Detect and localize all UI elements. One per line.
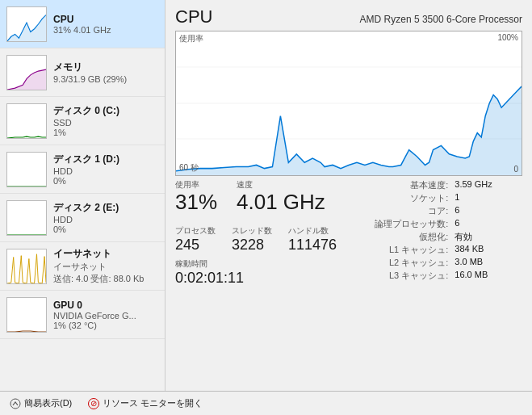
virt-val: 有効 xyxy=(455,231,522,243)
cpu-sidebar-sub: 31% 4.01 GHz xyxy=(53,25,158,35)
logical-key: 論理プロセッサ数: xyxy=(345,218,448,230)
chart-time-label: 60 秒 xyxy=(179,162,199,174)
stats-row: 使用率 31% 速度 4.01 GHz プロセス数 245 xyxy=(175,179,522,287)
process-col: プロセス数 245 xyxy=(175,225,216,254)
process-row: プロセス数 245 スレッド数 3228 ハンドル数 111476 xyxy=(175,225,345,254)
simple-view-button[interactable]: 簡易表示(D) xyxy=(6,396,75,411)
cpu-thumbnail xyxy=(6,6,47,42)
resource-monitor-button[interactable]: ⊘ リソース モニターを開く xyxy=(85,396,206,411)
handle-col: ハンドル数 111476 xyxy=(288,225,337,254)
gpu0-sidebar-sub2: 1% (32 °C) xyxy=(53,321,158,330)
cpu-chart-svg xyxy=(176,31,522,175)
usage-value: 31% xyxy=(175,191,217,214)
uptime-section: 稼動時間 0:02:01:11 xyxy=(175,258,345,287)
memory-sidebar-info: メモリ 9.3/31.9 GB (29%) xyxy=(53,61,158,84)
memory-sidebar-title: メモリ xyxy=(53,61,158,74)
disk1-sidebar-title: ディスク 1 (D:) xyxy=(53,153,158,166)
cpu-sidebar-info: CPU 31% 4.01 GHz xyxy=(53,14,158,35)
virt-key: 仮想化: xyxy=(345,231,448,243)
disk1-sidebar-sub2: 0% xyxy=(53,176,158,186)
bottom-bar: 簡易表示(D) ⊘ リソース モニターを開く xyxy=(0,391,532,415)
base-speed-val: 3.59 GHz xyxy=(455,179,522,191)
cpu-sidebar-title: CPU xyxy=(53,14,158,25)
disk2-sidebar-info: ディスク 2 (E:) HDD 0% xyxy=(53,201,158,234)
sidebar-item-memory[interactable]: メモリ 9.3/31.9 GB (29%) xyxy=(0,48,165,97)
panel-subtitle: AMD Ryzen 5 3500 6-Core Processor xyxy=(360,14,522,25)
l1-val: 384 KB xyxy=(455,244,522,256)
main-content: CPU 31% 4.01 GHz メモリ 9.3/31.9 GB (29%) xyxy=(0,0,532,391)
panel-title: CPU xyxy=(175,6,212,27)
cpu-chart-container: 使用率 100% 60 秒 0 xyxy=(175,31,522,176)
sidebar-item-cpu[interactable]: CPU 31% 4.01 GHz xyxy=(0,0,165,48)
process-value: 245 xyxy=(175,237,216,254)
l3-key: L3 キャッシュ: xyxy=(345,270,448,282)
usage-label: 使用率 xyxy=(175,179,217,191)
uptime-label: 稼動時間 xyxy=(175,258,345,270)
ethernet-sidebar-title: イーサネット xyxy=(53,247,158,261)
panel-header: CPU AMD Ryzen 5 3500 6-Core Processor xyxy=(175,6,522,27)
sidebar-item-disk0[interactable]: ディスク 0 (C:) SSD 1% xyxy=(0,97,165,145)
core-key: コア: xyxy=(345,205,448,217)
chart-100-label: 100% xyxy=(497,33,518,42)
cpu-speed-stat: 速度 4.01 GHz xyxy=(237,179,325,214)
sidebar-item-ethernet[interactable]: イーサネット イーサネット 送信: 4.0 受信: 88.0 Kb xyxy=(0,242,165,291)
process-label: プロセス数 xyxy=(175,225,216,237)
handle-value: 111476 xyxy=(288,237,337,254)
l1-key: L1 キャッシュ: xyxy=(345,244,448,256)
socket-val: 1 xyxy=(455,192,522,204)
thread-label: スレッド数 xyxy=(232,225,272,237)
svg-rect-4 xyxy=(7,104,46,138)
sidebar: CPU 31% 4.01 GHz メモリ 9.3/31.9 GB (29%) xyxy=(0,0,165,391)
disk2-sidebar-title: ディスク 2 (E:) xyxy=(53,201,158,215)
uptime-value: 0:02:01:11 xyxy=(175,270,345,287)
disk1-sidebar-sub1: HDD xyxy=(53,166,158,176)
simple-view-label: 簡易表示(D) xyxy=(24,397,72,409)
thread-value: 3228 xyxy=(232,237,272,254)
task-manager-window: CPU 31% 4.01 GHz メモリ 9.3/31.9 GB (29%) xyxy=(0,0,532,415)
memory-thumbnail xyxy=(6,55,47,90)
disk2-sidebar-sub2: 0% xyxy=(53,224,158,234)
socket-key: ソケット: xyxy=(345,192,448,204)
disk0-sidebar-info: ディスク 0 (C:) SSD 1% xyxy=(53,104,158,137)
core-val: 6 xyxy=(455,205,522,217)
sidebar-item-disk1[interactable]: ディスク 1 (D:) HDD 0% xyxy=(0,145,165,194)
disk2-thumbnail xyxy=(6,200,47,236)
right-stats-table: 基本速度: 3.59 GHz ソケット: 1 コア: 6 論理プロセッサ数: 6… xyxy=(345,179,522,282)
memory-sidebar-sub: 9.3/31.9 GB (29%) xyxy=(53,74,158,84)
stats-right: 基本速度: 3.59 GHz ソケット: 1 コア: 6 論理プロセッサ数: 6… xyxy=(345,179,522,287)
speed-value: 4.01 GHz xyxy=(237,191,325,214)
logical-val: 6 xyxy=(455,218,522,230)
svg-rect-5 xyxy=(7,153,46,187)
gpu0-thumbnail xyxy=(6,297,47,333)
speed-label: 速度 xyxy=(237,179,325,191)
svg-rect-7 xyxy=(7,249,46,283)
thread-col: スレッド数 3228 xyxy=(232,225,272,254)
cpu-detail-panel: CPU AMD Ryzen 5 3500 6-Core Processor 使用… xyxy=(165,0,532,391)
sidebar-item-disk2[interactable]: ディスク 2 (E:) HDD 0% xyxy=(0,194,165,242)
chevron-up-icon xyxy=(10,398,21,409)
handle-label: ハンドル数 xyxy=(288,225,337,237)
l2-key: L2 キャッシュ: xyxy=(345,257,448,269)
chart-usage-label: 使用率 xyxy=(179,33,203,44)
ethernet-sidebar-sub2: 送信: 4.0 受信: 88.0 Kb xyxy=(53,273,158,285)
ethernet-sidebar-info: イーサネット イーサネット 送信: 4.0 受信: 88.0 Kb xyxy=(53,247,158,285)
sidebar-item-gpu0[interactable]: GPU 0 NVIDIA GeForce G... 1% (32 °C) xyxy=(0,291,165,339)
disk0-thumbnail xyxy=(6,103,47,139)
disk0-sidebar-sub1: SSD xyxy=(53,118,158,128)
svg-point-14 xyxy=(10,399,20,409)
chart-zero-label: 0 xyxy=(513,165,518,174)
disk1-sidebar-info: ディスク 1 (D:) HDD 0% xyxy=(53,153,158,186)
l3-val: 16.0 MB xyxy=(455,270,522,282)
base-speed-key: 基本速度: xyxy=(345,179,448,191)
svg-rect-6 xyxy=(7,201,46,235)
disk0-sidebar-title: ディスク 0 (C:) xyxy=(53,104,158,118)
disk0-sidebar-sub2: 1% xyxy=(53,128,158,137)
stats-left: 使用率 31% 速度 4.01 GHz プロセス数 245 xyxy=(175,179,345,287)
resource-monitor-label: リソース モニターを開く xyxy=(103,397,203,409)
ethernet-thumbnail xyxy=(6,249,47,284)
svg-rect-8 xyxy=(7,298,46,332)
cpu-usage-stat: 使用率 31% xyxy=(175,179,217,214)
ethernet-sidebar-sub1: イーサネット xyxy=(53,261,158,273)
disk1-thumbnail xyxy=(6,152,47,187)
gpu0-sidebar-sub1: NVIDIA GeForce G... xyxy=(53,311,158,321)
